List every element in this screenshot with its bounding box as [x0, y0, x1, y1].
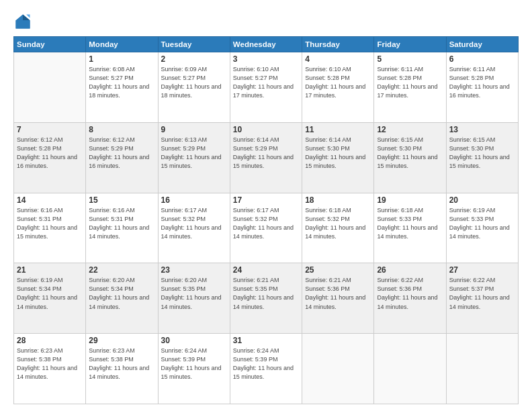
day-info: Sunrise: 6:17 AMSunset: 5:32 PMDaylight:… [161, 206, 227, 241]
calendar-week-1: 1Sunrise: 6:08 AMSunset: 5:27 PMDaylight… [14, 52, 519, 123]
day-info: Sunrise: 6:18 AMSunset: 5:32 PMDaylight:… [305, 206, 371, 241]
day-number: 14 [17, 195, 83, 205]
day-info: Sunrise: 6:18 AMSunset: 5:33 PMDaylight:… [377, 206, 443, 241]
day-info: Sunrise: 6:16 AMSunset: 5:31 PMDaylight:… [17, 206, 83, 241]
svg-marker-3 [26, 15, 30, 18]
day-number: 5 [377, 54, 443, 64]
calendar-cell: 2Sunrise: 6:09 AMSunset: 5:27 PMDaylight… [158, 52, 230, 123]
calendar-cell: 17Sunrise: 6:17 AMSunset: 5:32 PMDayligh… [230, 193, 302, 263]
day-number: 27 [449, 265, 515, 275]
calendar-cell: 29Sunrise: 6:23 AMSunset: 5:38 PMDayligh… [86, 334, 158, 404]
day-info: Sunrise: 6:12 AMSunset: 5:29 PMDaylight:… [89, 136, 154, 171]
day-number: 7 [17, 125, 83, 134]
calendar-cell: 19Sunrise: 6:18 AMSunset: 5:33 PMDayligh… [374, 193, 446, 263]
weekday-header-wednesday: Wednesday [230, 37, 302, 52]
day-number: 9 [161, 125, 227, 134]
day-number: 28 [17, 336, 83, 345]
weekday-header-tuesday: Tuesday [158, 37, 230, 52]
day-info: Sunrise: 6:11 AMSunset: 5:28 PMDaylight:… [377, 65, 443, 100]
day-info: Sunrise: 6:09 AMSunset: 5:27 PMDaylight:… [161, 65, 227, 100]
calendar-cell: 8Sunrise: 6:12 AMSunset: 5:29 PMDaylight… [86, 122, 158, 193]
day-info: Sunrise: 6:24 AMSunset: 5:39 PMDaylight:… [161, 347, 227, 381]
logo [13, 12, 35, 31]
calendar-cell: 9Sunrise: 6:13 AMSunset: 5:29 PMDaylight… [158, 122, 230, 193]
calendar-cell: 10Sunrise: 6:14 AMSunset: 5:29 PMDayligh… [230, 122, 302, 193]
day-number: 18 [305, 195, 371, 205]
day-number: 30 [161, 336, 227, 345]
day-number: 16 [161, 195, 227, 205]
day-info: Sunrise: 6:14 AMSunset: 5:29 PMDaylight:… [233, 136, 299, 171]
day-info: Sunrise: 6:23 AMSunset: 5:38 PMDaylight:… [89, 347, 154, 381]
calendar-cell: 25Sunrise: 6:21 AMSunset: 5:36 PMDayligh… [302, 263, 374, 334]
calendar-cell: 18Sunrise: 6:18 AMSunset: 5:32 PMDayligh… [302, 193, 374, 263]
calendar-cell [302, 334, 374, 404]
day-info: Sunrise: 6:12 AMSunset: 5:28 PMDaylight:… [17, 136, 83, 171]
day-number: 10 [233, 125, 299, 134]
day-info: Sunrise: 6:13 AMSunset: 5:29 PMDaylight:… [161, 136, 227, 171]
calendar-cell: 15Sunrise: 6:16 AMSunset: 5:31 PMDayligh… [86, 193, 158, 263]
day-info: Sunrise: 6:14 AMSunset: 5:30 PMDaylight:… [305, 136, 371, 171]
day-number: 19 [377, 195, 443, 205]
day-info: Sunrise: 6:16 AMSunset: 5:31 PMDaylight:… [89, 206, 154, 241]
weekday-header-row: SundayMondayTuesdayWednesdayThursdayFrid… [14, 37, 519, 52]
day-info: Sunrise: 6:24 AMSunset: 5:39 PMDaylight:… [233, 347, 299, 381]
day-number: 25 [305, 265, 371, 275]
svg-rect-2 [16, 20, 30, 28]
calendar-week-2: 7Sunrise: 6:12 AMSunset: 5:28 PMDaylight… [14, 122, 519, 193]
calendar-cell: 16Sunrise: 6:17 AMSunset: 5:32 PMDayligh… [158, 193, 230, 263]
calendar-cell: 23Sunrise: 6:20 AMSunset: 5:35 PMDayligh… [158, 263, 230, 334]
day-info: Sunrise: 6:10 AMSunset: 5:27 PMDaylight:… [233, 65, 299, 100]
day-number: 26 [377, 265, 443, 275]
day-info: Sunrise: 6:15 AMSunset: 5:30 PMDaylight:… [377, 136, 443, 171]
calendar-cell: 24Sunrise: 6:21 AMSunset: 5:35 PMDayligh… [230, 263, 302, 334]
calendar-cell: 12Sunrise: 6:15 AMSunset: 5:30 PMDayligh… [374, 122, 446, 193]
day-number: 6 [449, 54, 515, 64]
day-info: Sunrise: 6:22 AMSunset: 5:36 PMDaylight:… [377, 276, 443, 311]
day-number: 24 [233, 265, 299, 275]
calendar-cell: 4Sunrise: 6:10 AMSunset: 5:28 PMDaylight… [302, 52, 374, 123]
day-number: 15 [89, 195, 154, 205]
calendar-cell: 26Sunrise: 6:22 AMSunset: 5:36 PMDayligh… [374, 263, 446, 334]
calendar-cell: 30Sunrise: 6:24 AMSunset: 5:39 PMDayligh… [158, 334, 230, 404]
day-info: Sunrise: 6:21 AMSunset: 5:35 PMDaylight:… [233, 276, 299, 311]
day-number: 8 [89, 125, 154, 134]
calendar-cell: 1Sunrise: 6:08 AMSunset: 5:27 PMDaylight… [86, 52, 158, 123]
day-number: 17 [233, 195, 299, 205]
calendar-cell [374, 334, 446, 404]
day-info: Sunrise: 6:10 AMSunset: 5:28 PMDaylight:… [305, 65, 371, 100]
weekday-header-monday: Monday [86, 37, 158, 52]
day-info: Sunrise: 6:11 AMSunset: 5:28 PMDaylight:… [449, 65, 515, 100]
page: SundayMondayTuesdayWednesdayThursdayFrid… [0, 0, 532, 411]
day-info: Sunrise: 6:15 AMSunset: 5:30 PMDaylight:… [449, 136, 515, 171]
calendar-cell [446, 334, 518, 404]
day-number: 13 [449, 125, 515, 134]
day-info: Sunrise: 6:17 AMSunset: 5:32 PMDaylight:… [233, 206, 299, 241]
day-info: Sunrise: 6:08 AMSunset: 5:27 PMDaylight:… [89, 65, 154, 100]
day-number: 23 [161, 265, 227, 275]
calendar-cell: 5Sunrise: 6:11 AMSunset: 5:28 PMDaylight… [374, 52, 446, 123]
day-info: Sunrise: 6:20 AMSunset: 5:35 PMDaylight:… [161, 276, 227, 311]
weekday-header-sunday: Sunday [14, 37, 86, 52]
weekday-header-saturday: Saturday [446, 37, 518, 52]
calendar-cell: 20Sunrise: 6:19 AMSunset: 5:33 PMDayligh… [446, 193, 518, 263]
header [13, 12, 519, 31]
calendar-cell: 22Sunrise: 6:20 AMSunset: 5:34 PMDayligh… [86, 263, 158, 334]
day-info: Sunrise: 6:19 AMSunset: 5:33 PMDaylight:… [449, 206, 515, 241]
logo-icon [13, 12, 32, 31]
calendar-cell: 11Sunrise: 6:14 AMSunset: 5:30 PMDayligh… [302, 122, 374, 193]
calendar-table: SundayMondayTuesdayWednesdayThursdayFrid… [13, 36, 519, 404]
day-info: Sunrise: 6:22 AMSunset: 5:37 PMDaylight:… [449, 276, 515, 311]
day-info: Sunrise: 6:23 AMSunset: 5:38 PMDaylight:… [17, 347, 83, 381]
day-number: 20 [449, 195, 515, 205]
calendar-cell: 7Sunrise: 6:12 AMSunset: 5:28 PMDaylight… [14, 122, 86, 193]
day-number: 31 [233, 336, 299, 345]
calendar-week-4: 21Sunrise: 6:19 AMSunset: 5:34 PMDayligh… [14, 263, 519, 334]
day-number: 4 [305, 54, 371, 64]
calendar-cell: 14Sunrise: 6:16 AMSunset: 5:31 PMDayligh… [14, 193, 86, 263]
calendar-week-5: 28Sunrise: 6:23 AMSunset: 5:38 PMDayligh… [14, 334, 519, 404]
calendar-cell [14, 52, 86, 123]
day-number: 22 [89, 265, 154, 275]
calendar-cell: 13Sunrise: 6:15 AMSunset: 5:30 PMDayligh… [446, 122, 518, 193]
calendar-cell: 21Sunrise: 6:19 AMSunset: 5:34 PMDayligh… [14, 263, 86, 334]
day-number: 29 [89, 336, 154, 345]
